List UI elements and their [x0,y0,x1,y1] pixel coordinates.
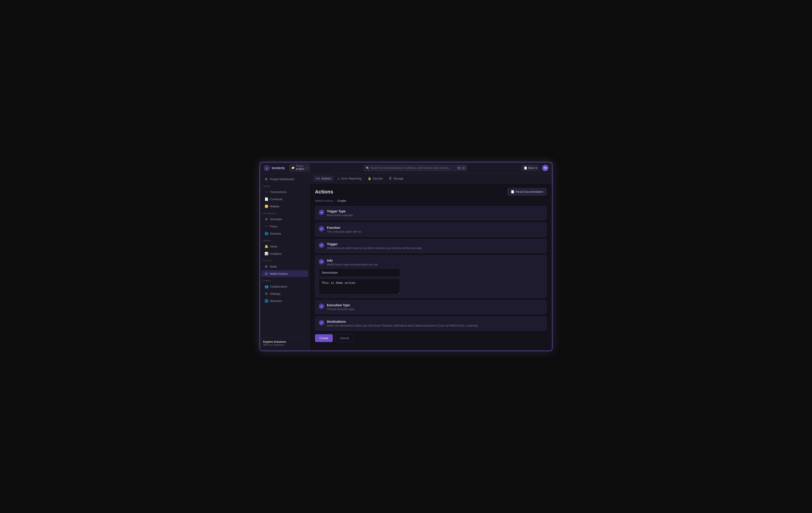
wallets-icon: 🪙 [264,205,268,208]
section-label-monitor: Monitor [260,237,309,243]
create-button[interactable]: Create [315,334,333,342]
sub-nav-secrets[interactable]: 🔒 Secrets [365,175,385,182]
code-icon: </> [316,177,320,180]
web3-actions-icon: ⊡ [264,272,268,275]
project-selector[interactable]: 📁 Project project ▾ [289,164,310,172]
step-content-function: Function The code your action will run. [327,226,543,233]
sidebar-item-settings[interactable]: ⚙ Settings [261,290,308,297]
step-function: Function The code your action will run. [315,222,547,237]
sidebar-item-label: Simulator [270,217,282,221]
forks-icon: ⑂ [264,224,268,228]
section-label-infra: Infra 3.0 [260,257,309,263]
storage-icon: 🗄 [389,177,392,180]
top-bar: tenderly 📁 Project project ▾ 🔍 ⌘ k 📄 [260,162,552,174]
cmd-key: ⌘ [457,166,461,170]
sidebar-item-alerts[interactable]: 🔔 Alerts [261,243,308,250]
check-icon [320,244,323,247]
sidebar-item-analytics[interactable]: 📊 Analytics [261,250,308,257]
footer-title: Explore Solutions [263,340,306,343]
chevron-down-icon: ▾ [307,167,308,169]
step-content-execution-type: Execution Type Choose execution type [327,303,543,311]
step-check-info [319,259,324,264]
sidebar-item-devnets[interactable]: 🌐 DevNets [261,230,308,237]
step-info: Info Web3 Action name and description ar… [315,255,547,298]
analytics-icon: 📊 [264,252,268,255]
sidebar-item-label: Settings [270,292,281,296]
project-label: Project [296,165,304,167]
sub-nav-actions[interactable]: </> Actions [313,175,334,182]
step-title: Trigger [327,242,543,246]
step-desc: Select the destinations where you will r… [327,324,543,327]
form-actions: Create Cancel [315,334,547,342]
read-docs-label: Read Documentation [516,190,543,193]
project-name: project [296,167,304,171]
search-wrapper: 🔍 ⌘ k [364,165,467,171]
sub-nav-error-reporting[interactable]: ⚠ Error Reporting [335,175,364,182]
top-bar-right: 📄 Docs ▾ TD [521,165,548,171]
check-icon [320,321,323,324]
section-label-project: Project [260,277,309,283]
step-destinations: Destinations Select the destinations whe… [315,316,547,331]
action-name-input[interactable] [319,268,400,277]
docs-icon: 📄 [524,167,527,170]
action-description-input[interactable]: This is demo action [319,278,400,294]
sidebar-item-wallets[interactable]: 🪙 Wallets [261,203,308,210]
sidebar-item-networks[interactable]: 🌐 Networks [261,298,308,304]
sidebar-item-simulator[interactable]: ⚙ Simulator [261,216,308,222]
sidebar-item-transactions[interactable]: ↔ Transactions [261,188,308,195]
breadcrumb-parent[interactable]: Web3 Actions [315,199,333,203]
settings-icon: ⚙ [264,292,268,296]
sidebar-item-contracts[interactable]: 📄 Contracts [261,196,308,203]
search-input[interactable] [364,165,467,171]
page-header: Actions 📄 Read Documentation [315,188,547,195]
sidebar-item-project-dashboard[interactable]: ⊞ Project Dashboard [261,176,308,182]
lock-icon: 🔒 [368,177,371,180]
sidebar-item-label: Wallets [270,205,280,208]
sidebar-item-forks[interactable]: ⑂ Forks [261,223,308,230]
step-desc: Block Action selected. [327,214,543,217]
step-execution-type: Execution Type Choose execution type [315,300,547,314]
breadcrumb-current: Create [338,199,346,203]
sidebar-item-label: Alerts [270,245,277,248]
main-layout: ⊞ Project Dashboard Inspect ↔ Transactio… [260,174,552,351]
step-title: Destinations [327,320,543,323]
sub-nav-label: Error Reporting [341,177,361,180]
step-content-trigger-type: Trigger Type Block Action selected. [327,209,543,217]
logo-area: tenderly [264,165,285,171]
search-shortcut: ⌘ k [457,166,465,170]
sidebar-item-label: Project Dashboard [270,177,294,181]
step-inputs-info: This is demo action [319,268,400,294]
read-docs-button[interactable]: 📄 Read Documentation [508,188,547,195]
step-check-trigger [319,243,324,248]
simulator-icon: ⚙ [264,217,268,221]
logo-text: tenderly [272,166,285,170]
sub-nav: </> Actions ⚠ Error Reporting 🔒 Secrets … [310,174,552,184]
sidebar-item-label: Analytics [270,252,282,255]
node-icon: ⊞ [264,265,268,268]
page-title: Actions [315,189,333,195]
alerts-icon: 🔔 [264,245,268,248]
sidebar-item-label: Networks [270,299,282,303]
sub-nav-label: Secrets [373,177,383,180]
docs-label: Docs [528,167,534,170]
sub-nav-storage[interactable]: 🗄 Storage [386,175,406,182]
networks-icon: 🌐 [264,299,268,303]
step-check-function [319,226,324,232]
check-icon [320,228,323,230]
sub-nav-label: Actions [321,177,331,180]
cancel-button[interactable]: Cancel [335,334,353,342]
sub-nav-label: Storage [393,177,404,180]
step-check-execution-type [319,304,324,309]
step-header-info: Info Web3 Action name and description ar… [319,259,378,266]
search-icon: 🔍 [366,166,370,170]
user-avatar[interactable]: TD [542,165,548,171]
sidebar-item-web3-actions[interactable]: ⊡ Web3 Actions [261,270,308,277]
check-icon [320,260,323,263]
docs-button[interactable]: 📄 Docs ▾ [521,165,540,171]
k-key: k [462,166,465,170]
step-trigger-type: Trigger Type Block Action selected. [315,206,547,220]
sidebar-item-node[interactable]: ⊞ Node [261,263,308,270]
step-title: Info [327,259,378,262]
devnets-icon: 🌐 [264,232,268,235]
sidebar-item-collaborators[interactable]: 👥 Collaborators [261,283,308,290]
